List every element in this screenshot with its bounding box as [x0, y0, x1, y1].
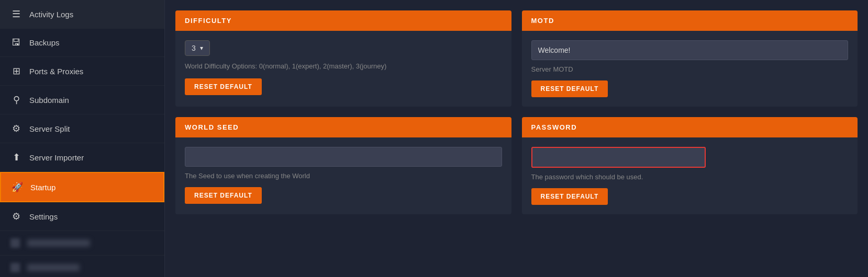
sidebar-blurred-item-1 [0, 231, 164, 256]
sidebar-item-ports-proxies[interactable]: ⊞ Ports & Proxies [0, 57, 164, 86]
sidebar-item-subdomain[interactable]: ⚲ Subdomain [0, 86, 164, 114]
world-seed-card: WORLD SEED The Seed to use when creating… [175, 117, 511, 214]
password-input[interactable] [531, 147, 706, 168]
difficulty-value: 3 [192, 44, 196, 52]
bottom-row: WORLD SEED The Seed to use when creating… [175, 117, 858, 214]
motd-body: Server MOTD RESET DEFAULT [522, 31, 858, 107]
importer-icon: ⬆ [10, 152, 22, 163]
sidebar-item-label: Server Importer [29, 153, 84, 162]
sidebar-item-label: Settings [29, 212, 58, 221]
world-seed-reset-button[interactable]: RESET DEFAULT [185, 187, 262, 204]
motd-header: MOTD [522, 10, 858, 31]
sidebar-item-server-split[interactable]: ⚙ Server Split [0, 114, 164, 143]
chevron-down-icon: ▾ [200, 44, 203, 52]
motd-input[interactable] [531, 40, 849, 60]
world-seed-header: WORLD SEED [175, 117, 511, 137]
split-icon: ⚙ [10, 123, 22, 134]
blurred-icon-1 [10, 238, 20, 248]
sidebar: ☰ Activity Logs 🖫 Backups ⊞ Ports & Prox… [0, 0, 165, 277]
startup-icon: 🚀 [12, 181, 23, 193]
world-seed-input[interactable] [185, 147, 502, 167]
sidebar-blurred-item-2 [0, 256, 164, 277]
password-header: PASSWORD [522, 117, 858, 137]
password-card: PASSWORD The password which should be us… [522, 117, 858, 214]
difficulty-card: DIFFICULTY 3 ▾ World Difficulty Options:… [175, 10, 511, 107]
blurred-label-2 [27, 264, 80, 271]
main-content: DIFFICULTY 3 ▾ World Difficulty Options:… [165, 0, 868, 277]
sidebar-item-label: Backups [29, 38, 60, 47]
difficulty-reset-button[interactable]: RESET DEFAULT [185, 78, 262, 95]
backup-icon: 🖫 [10, 37, 22, 48]
sidebar-item-label: Server Split [29, 124, 70, 133]
sidebar-item-label: Ports & Proxies [29, 67, 83, 76]
sidebar-item-backups[interactable]: 🖫 Backups [0, 29, 164, 57]
world-seed-body: The Seed to use when creating the World … [175, 137, 511, 213]
sidebar-item-server-importer[interactable]: ⬆ Server Importer [0, 143, 164, 172]
top-row: DIFFICULTY 3 ▾ World Difficulty Options:… [175, 10, 858, 107]
difficulty-dropdown[interactable]: 3 ▾ [185, 40, 210, 56]
sidebar-item-label: Subdomain [29, 96, 69, 105]
settings-icon: ⚙ [10, 211, 22, 222]
motd-field-label: Server MOTD [531, 65, 849, 73]
password-field-label: The password which should be used. [531, 173, 849, 181]
world-seed-field-label: The Seed to use when creating the World [185, 172, 502, 180]
password-body: The password which should be used. RESET… [522, 137, 858, 214]
subdomain-icon: ⚲ [10, 94, 22, 106]
password-reset-button[interactable]: RESET DEFAULT [531, 188, 608, 205]
difficulty-hint: World Difficulty Options: 0(normal), 1(e… [185, 62, 502, 70]
difficulty-header: DIFFICULTY [175, 10, 511, 31]
sidebar-item-activity-logs[interactable]: ☰ Activity Logs [0, 0, 164, 29]
sidebar-item-label: Startup [30, 183, 55, 192]
blurred-label-1 [27, 239, 90, 247]
motd-reset-button[interactable]: RESET DEFAULT [531, 80, 608, 97]
sidebar-item-label: Activity Logs [29, 10, 73, 19]
sidebar-item-startup[interactable]: 🚀 Startup [0, 172, 164, 202]
list-icon: ☰ [10, 8, 22, 20]
difficulty-body: 3 ▾ World Difficulty Options: 0(normal),… [175, 31, 511, 105]
motd-card: MOTD Server MOTD RESET DEFAULT [522, 10, 858, 107]
ports-icon: ⊞ [10, 65, 22, 77]
blurred-icon-2 [10, 263, 20, 272]
sidebar-item-settings[interactable]: ⚙ Settings [0, 202, 164, 231]
